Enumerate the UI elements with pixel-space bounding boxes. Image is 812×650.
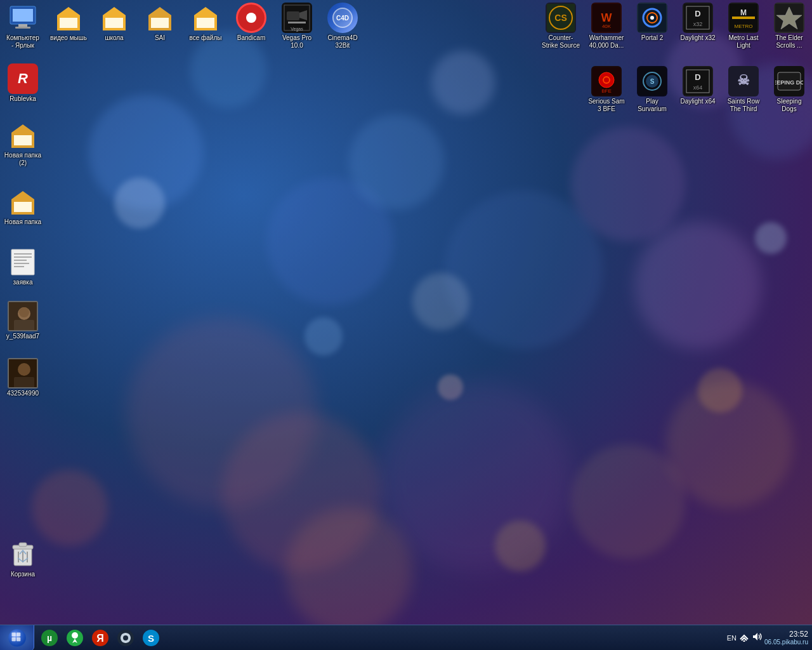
svg-text:Vegas: Vegas (291, 27, 303, 32)
icon-432534990[interactable]: 432534990 (0, 355, 46, 400)
icon-y539faad7[interactable]: y_539faad7 (0, 298, 46, 343)
icon-trash[interactable]: Корзина (0, 536, 46, 581)
taskbar-icons: µ Я (34, 625, 166, 650)
svg-point-97 (123, 635, 128, 640)
network-icon[interactable] (739, 632, 749, 644)
svg-text:CS: CS (554, 13, 566, 23)
taskbar-skype[interactable]: S (140, 627, 162, 649)
icon-survarium[interactable]: S Play Survarium (629, 63, 675, 116)
svg-text:x64: x64 (693, 84, 703, 91)
taskbar: µ Я (0, 625, 812, 650)
icon-serious-sam[interactable]: BFE Serious Sam 3 BFE (584, 63, 629, 116)
svg-rect-32 (151, 18, 169, 28)
svg-text:x32: x32 (693, 21, 703, 27)
icon-zayavka[interactable]: заявка (0, 244, 46, 289)
top-icon-row: CS Counter-Strike Source W 40K Warhammer… (538, 0, 812, 52)
svg-point-44 (603, 77, 610, 83)
icon-saints-row[interactable]: ☠ Saints Row The Third (721, 63, 766, 116)
volume-icon[interactable] (752, 632, 762, 644)
svg-point-74 (19, 307, 29, 317)
svg-rect-29 (105, 18, 123, 28)
icon-metro-last-light[interactable]: M METRO Metro Last Light (721, 0, 766, 52)
taskbar-maps[interactable] (63, 627, 86, 649)
svg-text:D: D (695, 72, 700, 82)
svg-text:S: S (148, 633, 154, 644)
taskbar-tray: EN 23:52 06.05.pikabu.ru (727, 630, 812, 646)
svg-rect-86 (11, 632, 15, 636)
svg-rect-61 (14, 135, 32, 145)
svg-text:S: S (650, 78, 655, 85)
taskbar-yandex[interactable]: Я (89, 627, 112, 649)
svg-rect-35 (197, 18, 214, 28)
svg-rect-73 (14, 320, 34, 331)
icon-shkola[interactable]: школа (91, 0, 137, 52)
svg-rect-68 (14, 260, 27, 261)
game-icon-row2: BFE Serious Sam 3 BFE S Play Survarium (584, 63, 812, 116)
svg-rect-38 (287, 11, 299, 20)
icon-portal2[interactable]: Portal 2 (629, 0, 675, 52)
desktop: CS Counter-Strike Source W 40K Warhammer… (0, 0, 812, 625)
icon-vegas-pro[interactable]: Vegas Vegas Pro 10.0 (274, 0, 320, 52)
icon-computer[interactable]: Компьютер- Ярлык (0, 0, 46, 52)
icon-sleeping-dogs[interactable]: SLEEPING DOGS Sleeping Dogs (766, 63, 812, 116)
icon-new-folder[interactable]: Новая папка (0, 184, 46, 229)
svg-rect-23 (15, 27, 30, 29)
svg-text:µ: µ (47, 633, 52, 643)
svg-rect-40 (288, 22, 306, 23)
svg-point-93 (72, 632, 78, 639)
svg-rect-77 (14, 377, 34, 388)
icon-daylight-x64[interactable]: D x64 Daylight x64 (675, 63, 721, 116)
svg-point-100 (743, 640, 745, 642)
icon-elder-scrolls[interactable]: The Elder Scrolls ... (766, 0, 812, 52)
svg-point-76 (18, 363, 30, 376)
taskbar-utorrent[interactable]: µ (38, 627, 61, 649)
svg-text:METRO: METRO (735, 23, 753, 29)
svg-text:BFE: BFE (601, 88, 612, 94)
svg-text:D: D (695, 9, 700, 18)
svg-rect-69 (14, 263, 29, 264)
icon-counter-strike[interactable]: CS Counter-Strike Source (538, 0, 584, 52)
icon-bandicam[interactable]: Bandicam (228, 0, 274, 52)
svg-text:SLEEPING DOGS: SLEEPING DOGS (775, 79, 803, 86)
svg-rect-26 (60, 18, 77, 28)
icon-video-mouse[interactable]: видео мышь (46, 0, 91, 52)
icon-new-folder-2[interactable]: Новая папка (2) (0, 117, 46, 169)
svg-rect-21 (13, 9, 33, 22)
svg-text:W: W (601, 11, 612, 24)
icon-cinema4d[interactable]: C4D Cinema4D 32Bit (320, 0, 365, 52)
svg-rect-87 (16, 632, 20, 636)
svg-rect-70 (14, 266, 24, 267)
svg-rect-88 (11, 637, 15, 640)
icon-warhammer[interactable]: W 40K Warhammer 40,000 Da... (584, 0, 629, 52)
svg-rect-22 (18, 24, 27, 27)
icon-vse-fayly[interactable]: все файлы (183, 0, 228, 52)
svg-text:Я: Я (96, 633, 104, 644)
top-left-icon-row: Компьютер- Ярлык видео мышь (0, 0, 365, 52)
clock[interactable]: 23:52 06.05.pikabu.ru (764, 630, 808, 646)
svg-text:40K: 40K (602, 23, 612, 29)
svg-text:☠: ☠ (737, 72, 750, 88)
svg-text:M: M (740, 8, 747, 17)
icon-sai[interactable]: SAI (137, 0, 183, 52)
language-indicator[interactable]: EN (727, 634, 737, 642)
svg-rect-67 (14, 256, 32, 258)
taskbar-steam[interactable] (114, 627, 137, 649)
svg-rect-66 (14, 253, 32, 255)
svg-point-9 (650, 16, 654, 20)
svg-rect-80 (19, 543, 27, 547)
icon-rublevka[interactable]: R Rublevka (0, 61, 46, 105)
svg-rect-64 (14, 202, 32, 212)
start-button[interactable] (0, 625, 34, 651)
svg-rect-89 (16, 637, 20, 640)
icon-daylight-x32[interactable]: D x32 Daylight x32 (675, 0, 721, 52)
